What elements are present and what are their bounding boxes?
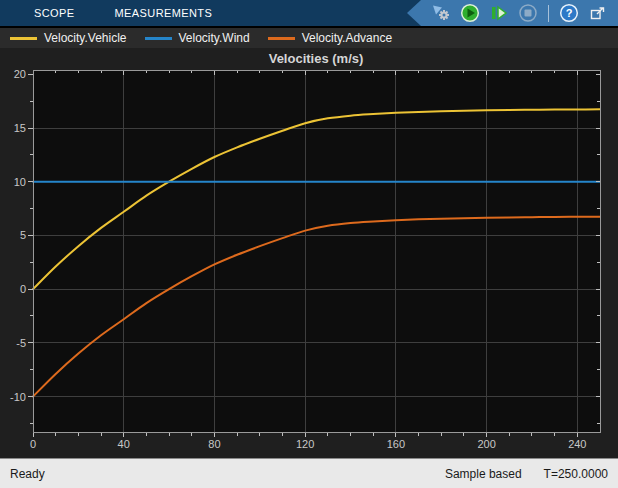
legend-item-vehicle[interactable]: Velocity.Vehicle [10,31,127,45]
legend-item-wind[interactable]: Velocity.Wind [145,31,250,45]
svg-text:15: 15 [14,122,26,134]
scope-window: SCOPE MEASUREMENTS [0,0,618,488]
svg-text:10: 10 [14,176,26,188]
legend-bar: Velocity.Vehicle Velocity.Wind Velocity.… [0,28,618,48]
status-sample-mode: Sample based [445,467,522,481]
legend-line-swatch [268,37,295,40]
chart-title: Velocities (m/s) [269,51,364,66]
step-forward-icon [489,4,509,22]
svg-text:5: 5 [20,229,26,241]
legend-item-advance[interactable]: Velocity.Advance [268,31,393,45]
svg-text:160: 160 [387,438,405,450]
toolstrip: SCOPE MEASUREMENTS [0,0,618,28]
svg-text:-5: -5 [16,337,26,349]
svg-text:0: 0 [20,283,26,295]
svg-text:40: 40 [118,438,130,450]
tab-scope[interactable]: SCOPE [14,0,95,26]
help-button[interactable]: ? [557,1,581,25]
legend-label: Velocity.Vehicle [44,31,127,45]
tab-measurements[interactable]: MEASUREMENTS [95,0,233,26]
status-sim-time: T=250.0000 [544,467,608,481]
legend-label: Velocity.Wind [179,31,250,45]
status-bar: Ready Sample based T=250.0000 [0,458,618,488]
svg-text:240: 240 [568,438,586,450]
legend-label: Velocity.Advance [302,31,393,45]
toolbar-quick-panel: ? [407,0,618,26]
svg-text:20: 20 [14,68,26,80]
plot-canvas[interactable]: Velocities (m/s) 04080120160200240-10-50… [0,48,618,458]
legend-line-swatch [10,37,37,40]
stop-icon [518,3,538,23]
simulation-settings-icon [431,4,451,22]
help-icon: ? [559,3,579,23]
svg-text:-10: -10 [10,391,26,403]
step-forward-button[interactable] [487,1,511,25]
run-icon [460,3,480,23]
simulation-settings-button[interactable] [429,1,453,25]
run-button[interactable] [458,1,482,25]
svg-text:80: 80 [208,438,220,450]
dock-window-icon [589,4,607,22]
dock-window-button[interactable] [586,1,610,25]
svg-text:200: 200 [477,438,495,450]
svg-text:?: ? [566,7,573,19]
figure-area: Velocities (m/s) 04080120160200240-10-50… [0,48,618,458]
svg-text:120: 120 [296,438,314,450]
status-text: Ready [10,467,445,481]
svg-text:0: 0 [30,438,36,450]
toolbar-divider [548,5,549,22]
stop-button[interactable] [516,1,540,25]
legend-line-swatch [145,37,172,40]
